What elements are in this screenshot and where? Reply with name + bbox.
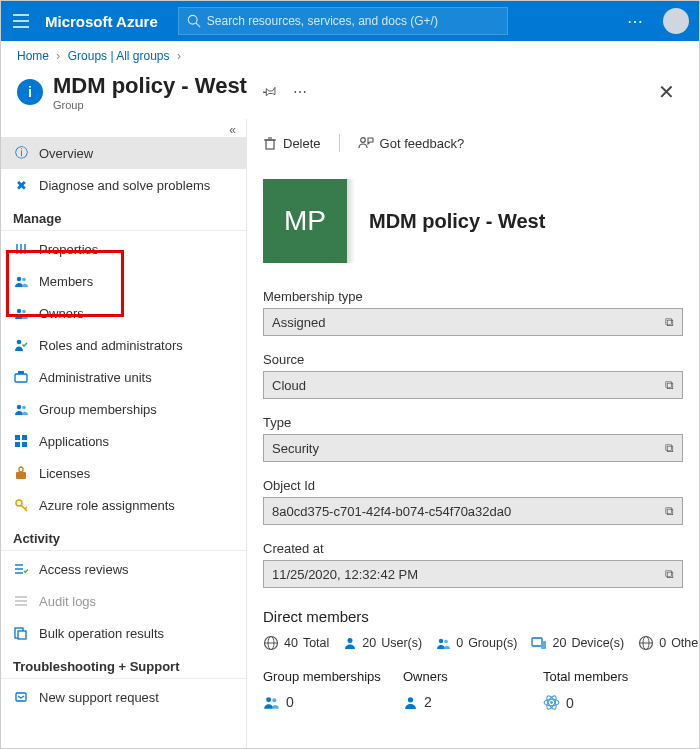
more-icon[interactable]: ⋯	[293, 84, 307, 100]
svg-point-3	[188, 15, 197, 24]
sidebar-item-overview[interactable]: ⓘ Overview	[1, 137, 246, 169]
sidebar-label: Administrative units	[39, 370, 152, 385]
sidebar-item-audit-logs[interactable]: Audit logs	[1, 585, 246, 617]
search-box[interactable]	[178, 7, 508, 35]
sidebar-item-azure-roles[interactable]: Azure role assignments	[1, 489, 246, 521]
dm-label: Group(s)	[468, 636, 517, 650]
top-bar: Microsoft Azure ⋯	[1, 1, 699, 41]
sidebar-item-members[interactable]: Members	[1, 265, 246, 297]
search-input[interactable]	[207, 14, 487, 28]
sidebar-item-owners[interactable]: Owners	[1, 297, 246, 329]
copy-icon[interactable]: ⧉	[665, 378, 674, 392]
field-created-at: Created at 11/25/2020, 12:32:42 PM ⧉	[263, 541, 683, 588]
svg-rect-22	[16, 472, 26, 479]
chevron-right-icon: ›	[56, 49, 60, 63]
breadcrumb-home[interactable]: Home	[17, 49, 49, 63]
dm-devices[interactable]: 20 Device(s)	[531, 636, 624, 650]
list-icon	[13, 593, 29, 609]
people-icon	[263, 695, 280, 710]
field-value-box: Assigned ⧉	[263, 308, 683, 336]
field-value-box: Security ⧉	[263, 434, 683, 462]
wrench-icon: ✖	[13, 177, 29, 193]
field-value: Security	[272, 441, 319, 456]
field-value: 8a0cd375-c701-42f4-b074-c54f70a32da0	[272, 504, 511, 519]
stat-total-members[interactable]: Total members 0	[543, 669, 683, 711]
svg-point-12	[17, 340, 22, 345]
sidebar-label: Members	[39, 274, 93, 289]
info-icon: i	[17, 79, 43, 105]
field-value: Cloud	[272, 378, 306, 393]
svg-point-52	[408, 697, 413, 702]
dm-users[interactable]: 20 User(s)	[343, 636, 422, 650]
delete-button[interactable]: Delete	[263, 136, 321, 151]
dm-label: Other(s)	[671, 636, 699, 650]
more-menu-icon[interactable]: ⋯	[627, 12, 645, 31]
feedback-button[interactable]: Got feedback?	[358, 136, 465, 151]
sidebar-label: Bulk operation results	[39, 626, 164, 641]
dm-others[interactable]: 0 Other(s)	[638, 635, 699, 651]
stat-label: Group memberships	[263, 669, 403, 684]
sidebar-label: Azure role assignments	[39, 498, 175, 513]
pin-icon[interactable]	[263, 84, 277, 100]
svg-rect-14	[18, 371, 24, 374]
svg-rect-45	[532, 638, 542, 646]
breadcrumb: Home › Groups | All groups ›	[1, 41, 699, 63]
stat-owners[interactable]: Owners 2	[403, 669, 543, 711]
dm-total[interactable]: 40 Total	[263, 635, 329, 651]
sidebar-item-access-reviews[interactable]: Access reviews	[1, 553, 246, 585]
sidebar-item-diagnose[interactable]: ✖ Diagnose and solve problems	[1, 169, 246, 201]
page-title: MDM policy - West	[53, 73, 247, 99]
tile-initials: MP	[284, 205, 326, 237]
sidebar-label: Applications	[39, 434, 109, 449]
copy-icon[interactable]: ⧉	[665, 315, 674, 329]
search-wrap	[178, 7, 508, 35]
chevron-right-icon: ›	[177, 49, 181, 63]
close-icon[interactable]: ✕	[650, 76, 683, 108]
page-subtitle: Group	[53, 99, 247, 111]
stat-value: 0	[286, 694, 294, 710]
sidebar-label: Overview	[39, 146, 93, 161]
svg-point-56	[550, 701, 553, 704]
sidebar-group-activity: Activity	[1, 521, 246, 551]
sidebar-item-licenses[interactable]: Licenses	[1, 457, 246, 489]
divider	[339, 134, 340, 152]
svg-rect-13	[15, 374, 27, 382]
device-icon	[531, 637, 547, 650]
dm-count: 0	[659, 636, 666, 650]
user-avatar[interactable]	[663, 8, 689, 34]
apps-icon	[13, 433, 29, 449]
feedback-icon	[358, 136, 374, 150]
sidebar-item-group-memberships[interactable]: Group memberships	[1, 393, 246, 425]
sidebar-item-roles[interactable]: Roles and administrators	[1, 329, 246, 361]
sidebar-item-applications[interactable]: Applications	[1, 425, 246, 457]
brand-label[interactable]: Microsoft Azure	[45, 13, 158, 30]
svg-point-50	[266, 697, 271, 702]
admin-units-icon	[13, 369, 29, 385]
field-value-box: 11/25/2020, 12:32:42 PM ⧉	[263, 560, 683, 588]
svg-point-15	[16, 404, 20, 408]
svg-point-11	[22, 309, 26, 313]
svg-rect-20	[22, 442, 27, 447]
sidebar-item-admin-units[interactable]: Administrative units	[1, 361, 246, 393]
svg-point-9	[22, 277, 26, 281]
sidebar-item-properties[interactable]: Properties	[1, 233, 246, 265]
stat-group-memberships[interactable]: Group memberships 0	[263, 669, 403, 711]
sidebar-label: Roles and administrators	[39, 338, 183, 353]
hamburger-icon[interactable]	[1, 14, 41, 28]
sidebar-item-new-support[interactable]: New support request	[1, 681, 246, 713]
collapse-sidebar-icon[interactable]: «	[1, 119, 246, 137]
sidebar-item-bulk-ops[interactable]: Bulk operation results	[1, 617, 246, 649]
copy-icon[interactable]: ⧉	[665, 567, 674, 581]
globe-icon	[638, 635, 654, 651]
dm-groups[interactable]: 0 Group(s)	[436, 636, 517, 650]
bulk-icon	[13, 625, 29, 641]
copy-icon[interactable]: ⧉	[665, 504, 674, 518]
svg-line-25	[25, 507, 27, 509]
person-icon	[403, 695, 418, 710]
copy-icon[interactable]: ⧉	[665, 441, 674, 455]
delete-label: Delete	[283, 136, 321, 151]
svg-point-8	[16, 276, 20, 280]
dm-count: 20	[552, 636, 566, 650]
breadcrumb-groups[interactable]: Groups | All groups	[68, 49, 170, 63]
sidebar-label: Licenses	[39, 466, 90, 481]
